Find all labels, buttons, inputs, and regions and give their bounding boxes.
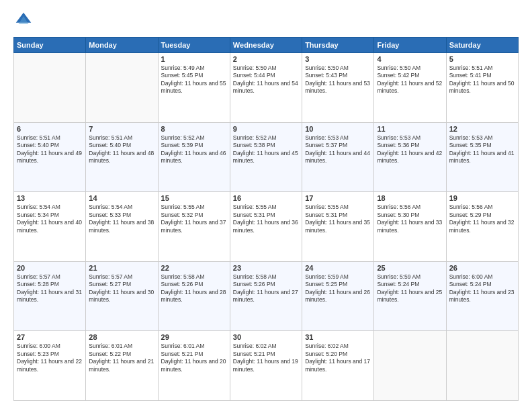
weekday-header-thursday: Thursday bbox=[302, 38, 374, 53]
cell-info: Sunrise: 5:55 AMSunset: 5:31 PMDaylight:… bbox=[233, 203, 299, 234]
calendar-cell: 2Sunrise: 5:50 AMSunset: 5:44 PMDaylight… bbox=[230, 53, 302, 123]
cell-info: Sunrise: 5:53 AMSunset: 5:36 PMDaylight:… bbox=[377, 134, 443, 165]
calendar-week-5: 27Sunrise: 6:00 AMSunset: 5:23 PMDayligh… bbox=[14, 331, 519, 401]
calendar-cell: 23Sunrise: 5:58 AMSunset: 5:26 PMDayligh… bbox=[230, 261, 302, 331]
calendar-cell: 11Sunrise: 5:53 AMSunset: 5:36 PMDayligh… bbox=[374, 122, 446, 192]
cell-info: Sunrise: 5:53 AMSunset: 5:35 PMDaylight:… bbox=[449, 134, 515, 165]
calendar-cell: 25Sunrise: 5:59 AMSunset: 5:24 PMDayligh… bbox=[374, 261, 446, 331]
day-number: 30 bbox=[233, 333, 299, 341]
calendar-cell: 17Sunrise: 5:55 AMSunset: 5:31 PMDayligh… bbox=[302, 192, 374, 262]
cell-info: Sunrise: 5:49 AMSunset: 5:45 PMDaylight:… bbox=[161, 64, 227, 95]
calendar-cell: 9Sunrise: 5:52 AMSunset: 5:38 PMDaylight… bbox=[230, 122, 302, 192]
logo-icon bbox=[13, 10, 34, 30]
day-number: 14 bbox=[89, 194, 154, 202]
day-number: 6 bbox=[17, 125, 83, 133]
calendar-cell: 8Sunrise: 5:52 AMSunset: 5:39 PMDaylight… bbox=[158, 122, 230, 192]
calendar-cell bbox=[374, 331, 446, 401]
cell-info: Sunrise: 6:01 AMSunset: 5:21 PMDaylight:… bbox=[161, 342, 227, 373]
weekday-header-sunday: Sunday bbox=[14, 38, 86, 53]
day-number: 17 bbox=[305, 194, 371, 202]
calendar-cell: 18Sunrise: 5:56 AMSunset: 5:30 PMDayligh… bbox=[374, 192, 446, 262]
cell-info: Sunrise: 5:51 AMSunset: 5:41 PMDaylight:… bbox=[449, 64, 515, 95]
calendar-cell: 12Sunrise: 5:53 AMSunset: 5:35 PMDayligh… bbox=[446, 122, 518, 192]
day-number: 31 bbox=[305, 333, 371, 341]
weekday-header-friday: Friday bbox=[374, 38, 446, 53]
calendar-week-4: 20Sunrise: 5:57 AMSunset: 5:28 PMDayligh… bbox=[14, 261, 519, 331]
calendar-body: 1Sunrise: 5:49 AMSunset: 5:45 PMDaylight… bbox=[14, 53, 519, 401]
calendar-cell: 30Sunrise: 6:02 AMSunset: 5:21 PMDayligh… bbox=[230, 331, 302, 401]
cell-info: Sunrise: 5:55 AMSunset: 5:32 PMDaylight:… bbox=[161, 203, 227, 234]
calendar-cell: 28Sunrise: 6:01 AMSunset: 5:22 PMDayligh… bbox=[86, 331, 158, 401]
calendar-week-3: 13Sunrise: 5:54 AMSunset: 5:34 PMDayligh… bbox=[14, 192, 519, 262]
calendar-cell: 15Sunrise: 5:55 AMSunset: 5:32 PMDayligh… bbox=[158, 192, 230, 262]
day-number: 28 bbox=[89, 333, 154, 341]
cell-info: Sunrise: 5:56 AMSunset: 5:29 PMDaylight:… bbox=[449, 203, 515, 234]
calendar-cell bbox=[86, 53, 158, 123]
day-number: 21 bbox=[89, 264, 154, 272]
day-number: 27 bbox=[17, 333, 83, 341]
day-number: 12 bbox=[449, 125, 515, 133]
calendar-week-1: 1Sunrise: 5:49 AMSunset: 5:45 PMDaylight… bbox=[14, 53, 519, 123]
weekday-header-monday: Monday bbox=[86, 38, 158, 53]
cell-info: Sunrise: 6:00 AMSunset: 5:23 PMDaylight:… bbox=[17, 342, 83, 373]
cell-info: Sunrise: 5:59 AMSunset: 5:25 PMDaylight:… bbox=[305, 273, 371, 304]
calendar-cell: 24Sunrise: 5:59 AMSunset: 5:25 PMDayligh… bbox=[302, 261, 374, 331]
day-number: 26 bbox=[449, 264, 515, 272]
cell-info: Sunrise: 6:01 AMSunset: 5:22 PMDaylight:… bbox=[89, 342, 154, 373]
weekday-header-row: SundayMondayTuesdayWednesdayThursdayFrid… bbox=[14, 38, 519, 53]
calendar-cell bbox=[14, 53, 86, 123]
day-number: 20 bbox=[17, 264, 83, 272]
calendar-cell: 19Sunrise: 5:56 AMSunset: 5:29 PMDayligh… bbox=[446, 192, 518, 262]
cell-info: Sunrise: 6:00 AMSunset: 5:24 PMDaylight:… bbox=[449, 273, 515, 304]
calendar-cell: 20Sunrise: 5:57 AMSunset: 5:28 PMDayligh… bbox=[14, 261, 86, 331]
cell-info: Sunrise: 5:50 AMSunset: 5:43 PMDaylight:… bbox=[305, 64, 371, 95]
cell-info: Sunrise: 5:52 AMSunset: 5:38 PMDaylight:… bbox=[233, 134, 299, 165]
calendar-cell: 5Sunrise: 5:51 AMSunset: 5:41 PMDaylight… bbox=[446, 53, 518, 123]
day-number: 18 bbox=[377, 194, 443, 202]
day-number: 13 bbox=[17, 194, 83, 202]
cell-info: Sunrise: 5:50 AMSunset: 5:42 PMDaylight:… bbox=[377, 64, 443, 95]
calendar-week-2: 6Sunrise: 5:51 AMSunset: 5:40 PMDaylight… bbox=[14, 122, 519, 192]
calendar-cell: 3Sunrise: 5:50 AMSunset: 5:43 PMDaylight… bbox=[302, 53, 374, 123]
day-number: 22 bbox=[161, 264, 227, 272]
cell-info: Sunrise: 5:54 AMSunset: 5:33 PMDaylight:… bbox=[89, 203, 154, 234]
calendar-cell: 13Sunrise: 5:54 AMSunset: 5:34 PMDayligh… bbox=[14, 192, 86, 262]
cell-info: Sunrise: 6:02 AMSunset: 5:20 PMDaylight:… bbox=[305, 342, 371, 373]
calendar-cell: 10Sunrise: 5:53 AMSunset: 5:37 PMDayligh… bbox=[302, 122, 374, 192]
cell-info: Sunrise: 5:58 AMSunset: 5:26 PMDaylight:… bbox=[161, 273, 227, 304]
cell-info: Sunrise: 6:02 AMSunset: 5:21 PMDaylight:… bbox=[233, 342, 299, 373]
day-number: 10 bbox=[305, 125, 371, 133]
day-number: 2 bbox=[233, 55, 299, 63]
calendar-cell: 26Sunrise: 6:00 AMSunset: 5:24 PMDayligh… bbox=[446, 261, 518, 331]
cell-info: Sunrise: 5:56 AMSunset: 5:30 PMDaylight:… bbox=[377, 203, 443, 234]
calendar-cell bbox=[446, 331, 518, 401]
weekday-header-saturday: Saturday bbox=[446, 38, 518, 53]
cell-info: Sunrise: 5:57 AMSunset: 5:28 PMDaylight:… bbox=[17, 273, 83, 304]
cell-info: Sunrise: 5:58 AMSunset: 5:26 PMDaylight:… bbox=[233, 273, 299, 304]
cell-info: Sunrise: 5:51 AMSunset: 5:40 PMDaylight:… bbox=[17, 134, 83, 165]
calendar-cell: 1Sunrise: 5:49 AMSunset: 5:45 PMDaylight… bbox=[158, 53, 230, 123]
calendar-cell: 6Sunrise: 5:51 AMSunset: 5:40 PMDaylight… bbox=[14, 122, 86, 192]
calendar-cell: 22Sunrise: 5:58 AMSunset: 5:26 PMDayligh… bbox=[158, 261, 230, 331]
day-number: 7 bbox=[89, 125, 154, 133]
header bbox=[13, 10, 519, 30]
day-number: 4 bbox=[377, 55, 443, 63]
day-number: 25 bbox=[377, 264, 443, 272]
calendar-cell: 16Sunrise: 5:55 AMSunset: 5:31 PMDayligh… bbox=[230, 192, 302, 262]
day-number: 5 bbox=[449, 55, 515, 63]
cell-info: Sunrise: 5:57 AMSunset: 5:27 PMDaylight:… bbox=[89, 273, 154, 304]
day-number: 19 bbox=[449, 194, 515, 202]
day-number: 3 bbox=[305, 55, 371, 63]
day-number: 29 bbox=[161, 333, 227, 341]
calendar-cell: 27Sunrise: 6:00 AMSunset: 5:23 PMDayligh… bbox=[14, 331, 86, 401]
day-number: 23 bbox=[233, 264, 299, 272]
calendar: SundayMondayTuesdayWednesdayThursdayFrid… bbox=[13, 37, 519, 401]
page: SundayMondayTuesdayWednesdayThursdayFrid… bbox=[0, 0, 532, 411]
day-number: 8 bbox=[161, 125, 227, 133]
day-number: 16 bbox=[233, 194, 299, 202]
day-number: 24 bbox=[305, 264, 371, 272]
cell-info: Sunrise: 5:53 AMSunset: 5:37 PMDaylight:… bbox=[305, 134, 371, 165]
day-number: 1 bbox=[161, 55, 227, 63]
calendar-cell: 29Sunrise: 6:01 AMSunset: 5:21 PMDayligh… bbox=[158, 331, 230, 401]
day-number: 9 bbox=[233, 125, 299, 133]
